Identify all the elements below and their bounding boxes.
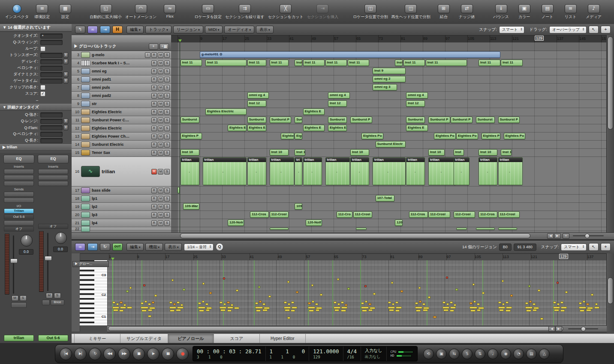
midi-note[interactable] [181, 304, 183, 306]
midi-note[interactable] [284, 307, 291, 309]
mute-button[interactable]: M [158, 85, 163, 90]
midi-note[interactable] [334, 307, 340, 309]
midi-note[interactable] [499, 309, 504, 311]
region[interactable]: Eigh [295, 133, 302, 139]
flex-button[interactable]: ≈Flex [160, 4, 180, 18]
view-menu[interactable]: 表示 [165, 243, 182, 251]
go-to-end-button[interactable]: ▶| [74, 348, 87, 360]
midi-note[interactable] [510, 295, 513, 297]
click-button[interactable]: ♩ [488, 349, 498, 359]
region[interactable]: Inst 10 [350, 149, 369, 156]
region[interactable]: Sunburst [328, 117, 347, 123]
region[interactable]: 112-Crosl [428, 211, 450, 218]
solo-button[interactable]: S [164, 85, 170, 90]
region[interactable]: Eighties Po [456, 133, 478, 139]
split-by-locators-button[interactable]: ◫ロケータ位置で分割 [353, 4, 388, 20]
track-header-row[interactable]: 8omni pad2RMS [72, 92, 171, 100]
region[interactable]: trilian [373, 157, 406, 185]
region[interactable]: omni eg 4 [406, 92, 428, 99]
add-track-button[interactable]: + [149, 43, 158, 50]
scroll-left-button[interactable]: ◀ [548, 326, 555, 332]
midi-note[interactable] [116, 303, 119, 305]
region[interactable]: Sunburst [181, 117, 199, 123]
midi-note[interactable] [227, 310, 232, 312]
midi-note[interactable] [141, 302, 144, 304]
master-volume-button[interactable]: ◉ [500, 349, 511, 359]
midi-note[interactable] [470, 302, 473, 304]
midi-menu[interactable]: MIDI [205, 26, 223, 33]
global-tracks-collapsed[interactable]: ▶ グロー... [72, 261, 109, 267]
region[interactable]: trilian [247, 157, 266, 185]
midi-note[interactable] [316, 309, 319, 311]
solo-button[interactable]: S [164, 126, 170, 131]
midi-note[interactable] [540, 318, 543, 320]
record-enable-button[interactable]: R [151, 52, 157, 58]
param-checkbox[interactable] [40, 46, 45, 51]
midi-note[interactable] [287, 281, 289, 283]
region[interactable]: trilian [203, 157, 247, 185]
region[interactable]: Sunburst P [498, 117, 520, 123]
midi-note[interactable] [148, 309, 152, 311]
fader-handle[interactable] [45, 256, 52, 261]
midi-note[interactable] [127, 307, 132, 309]
midi-note[interactable] [112, 301, 115, 304]
region[interactable]: Inst 11 [205, 60, 247, 66]
midi-note[interactable] [231, 304, 233, 306]
mute-button[interactable]: M [158, 220, 163, 226]
midi-note[interactable] [345, 304, 347, 306]
tab-hyper-editor[interactable]: Hyper Editor [260, 334, 306, 343]
midi-note[interactable] [148, 315, 151, 317]
midi-note[interactable] [470, 307, 477, 309]
solo-button[interactable]: S [164, 204, 170, 210]
midi-note[interactable] [227, 307, 233, 309]
solo-button[interactable]: S [164, 212, 170, 218]
region[interactable]: Inst 11 [501, 60, 523, 66]
midi-note[interactable] [579, 302, 582, 304]
audio-menu[interactable]: オーディオ [224, 26, 254, 33]
pointer-tool-button[interactable]: ↖ [589, 26, 599, 33]
midi-note[interactable] [220, 301, 223, 304]
solo-button[interactable]: S [164, 117, 170, 123]
midi-note[interactable] [450, 307, 456, 309]
piano-roll-grid[interactable] [107, 260, 607, 325]
cycle-jump-button[interactable]: ↻ [89, 348, 101, 360]
scrollbar-handle[interactable] [608, 277, 613, 304]
midi-note[interactable] [183, 289, 185, 291]
region[interactable]: Inst 11 [270, 60, 289, 66]
scroll-right-button[interactable]: ▶ [554, 233, 561, 239]
midi-note[interactable] [455, 289, 458, 291]
region[interactable]: Eighties P [482, 133, 500, 139]
region[interactable]: Eighties E [303, 108, 325, 115]
track-lane[interactable] [171, 149, 607, 157]
midi-note[interactable] [557, 282, 559, 284]
midi-note[interactable] [308, 302, 311, 304]
snap-dropdown[interactable]: スマート [561, 244, 587, 251]
mute-button[interactable]: M [158, 134, 163, 139]
track-name-label[interactable]: trilian [4, 335, 34, 341]
edit-menu[interactable]: 編集 [126, 243, 144, 251]
midi-note[interactable] [259, 301, 262, 303]
midi-note[interactable] [256, 310, 261, 312]
region[interactable]: trilian [406, 157, 425, 185]
record-enable-button[interactable]: R [151, 196, 157, 202]
param-stepper[interactable]: ⇕ [63, 118, 68, 124]
midi-note[interactable] [205, 303, 208, 305]
midi-note[interactable] [206, 309, 210, 311]
region[interactable] [476, 228, 495, 230]
go-to-beginning-button[interactable]: |◀ [60, 348, 72, 360]
region[interactable]: Sunburst P [270, 117, 292, 123]
region[interactable]: 112-Crosl [498, 211, 520, 218]
midi-note[interactable] [450, 310, 454, 312]
region[interactable]: 112-Crosl [270, 211, 289, 218]
region[interactable]: 120-Notf [306, 220, 322, 226]
region[interactable]: trilian [270, 157, 294, 185]
region[interactable]: trilian [303, 157, 322, 185]
track-header-row[interactable]: 22 [72, 227, 171, 231]
region[interactable]: Eighties E [406, 125, 428, 131]
track-inspector-header[interactable]: ▶ trilian [0, 144, 72, 151]
sync-button[interactable]: ⇅ [475, 349, 485, 359]
track-lane[interactable] [171, 92, 607, 100]
region[interactable]: Inst 11 [325, 60, 347, 66]
midi-note[interactable] [594, 307, 599, 309]
division-dropdown[interactable]: 1/24 – 音符 [184, 244, 214, 251]
